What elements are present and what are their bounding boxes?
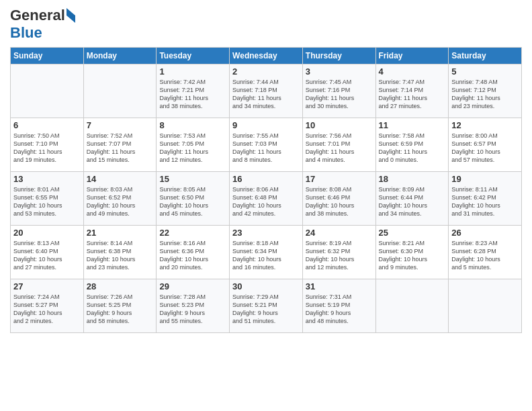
day-number: 5 [451, 66, 519, 77]
day-info: Sunrise: 7:50 AM Sunset: 7:10 PM Dayligh… [13, 132, 81, 165]
day-number: 12 [451, 120, 519, 130]
day-info: Sunrise: 8:19 AM Sunset: 6:32 PM Dayligh… [306, 239, 373, 272]
day-info: Sunrise: 8:06 AM Sunset: 6:48 PM Dayligh… [232, 185, 300, 218]
logo: General Blue [10, 7, 75, 42]
day-number: 19 [451, 174, 519, 184]
calendar-cell: 13Sunrise: 8:01 AM Sunset: 6:55 PM Dayli… [11, 172, 84, 226]
calendar-week-row: 1Sunrise: 7:42 AM Sunset: 7:21 PM Daylig… [11, 64, 522, 118]
day-number: 11 [379, 120, 446, 130]
calendar-week-row: 20Sunrise: 8:13 AM Sunset: 6:40 PM Dayli… [11, 226, 522, 279]
calendar-header-row: SundayMondayTuesdayWednesdayThursdayFrid… [11, 48, 522, 64]
day-number: 13 [13, 174, 81, 184]
calendar-cell: 14Sunrise: 8:03 AM Sunset: 6:52 PM Dayli… [83, 172, 157, 226]
day-info: Sunrise: 7:26 AM Sunset: 5:25 PM Dayligh… [87, 293, 154, 326]
day-number: 7 [87, 120, 154, 130]
calendar-cell: 29Sunrise: 7:28 AM Sunset: 5:23 PM Dayli… [157, 279, 230, 333]
column-header-monday: Monday [83, 48, 157, 64]
day-number: 27 [13, 281, 81, 291]
day-number: 18 [379, 174, 446, 184]
day-info: Sunrise: 8:11 AM Sunset: 6:42 PM Dayligh… [451, 185, 519, 218]
day-number: 15 [159, 174, 226, 184]
calendar-cell: 27Sunrise: 7:24 AM Sunset: 5:27 PM Dayli… [11, 279, 84, 333]
day-number: 6 [13, 120, 81, 130]
day-number: 21 [87, 228, 154, 238]
day-info: Sunrise: 7:53 AM Sunset: 7:05 PM Dayligh… [159, 132, 226, 165]
logo-general: General [10, 7, 65, 24]
day-info: Sunrise: 7:28 AM Sunset: 5:23 PM Dayligh… [159, 293, 226, 326]
day-number: 14 [87, 174, 154, 184]
calendar-cell: 10Sunrise: 7:56 AM Sunset: 7:01 PM Dayli… [302, 118, 375, 172]
column-header-sunday: Sunday [11, 48, 84, 64]
calendar-cell: 23Sunrise: 8:18 AM Sunset: 6:34 PM Dayli… [230, 226, 303, 279]
day-number: 20 [13, 228, 81, 238]
calendar-table: SundayMondayTuesdayWednesdayThursdayFrid… [10, 47, 522, 333]
calendar-cell: 5Sunrise: 7:48 AM Sunset: 7:12 PM Daylig… [449, 64, 522, 118]
day-info: Sunrise: 7:24 AM Sunset: 5:27 PM Dayligh… [13, 293, 81, 326]
calendar-cell: 28Sunrise: 7:26 AM Sunset: 5:25 PM Dayli… [83, 279, 157, 333]
header: General Blue [10, 7, 522, 42]
day-info: Sunrise: 7:44 AM Sunset: 7:18 PM Dayligh… [232, 78, 300, 111]
calendar-cell: 15Sunrise: 8:05 AM Sunset: 6:50 PM Dayli… [157, 172, 230, 226]
calendar-cell: 30Sunrise: 7:29 AM Sunset: 5:21 PM Dayli… [230, 279, 303, 333]
day-number: 26 [451, 228, 519, 238]
day-info: Sunrise: 8:16 AM Sunset: 6:36 PM Dayligh… [159, 239, 226, 272]
day-number: 10 [306, 120, 373, 130]
calendar-cell: 3Sunrise: 7:45 AM Sunset: 7:16 PM Daylig… [302, 64, 375, 118]
calendar-cell: 7Sunrise: 7:52 AM Sunset: 7:07 PM Daylig… [83, 118, 157, 172]
day-info: Sunrise: 7:58 AM Sunset: 6:59 PM Dayligh… [379, 132, 446, 165]
day-info: Sunrise: 8:14 AM Sunset: 6:38 PM Dayligh… [87, 239, 154, 272]
day-number: 23 [232, 228, 300, 238]
calendar-cell: 22Sunrise: 8:16 AM Sunset: 6:36 PM Dayli… [157, 226, 230, 279]
column-header-wednesday: Wednesday [230, 48, 303, 64]
calendar-cell: 17Sunrise: 8:08 AM Sunset: 6:46 PM Dayli… [302, 172, 375, 226]
day-info: Sunrise: 8:05 AM Sunset: 6:50 PM Dayligh… [159, 185, 226, 218]
calendar-cell: 6Sunrise: 7:50 AM Sunset: 7:10 PM Daylig… [11, 118, 84, 172]
day-number: 22 [159, 228, 226, 238]
calendar-cell [449, 279, 522, 333]
logo-blue: Blue [10, 24, 42, 42]
column-header-thursday: Thursday [302, 48, 375, 64]
day-info: Sunrise: 7:29 AM Sunset: 5:21 PM Dayligh… [232, 293, 300, 326]
day-number: 3 [306, 66, 373, 77]
day-number: 17 [306, 174, 373, 184]
calendar-cell: 19Sunrise: 8:11 AM Sunset: 6:42 PM Dayli… [449, 172, 522, 226]
day-number: 29 [159, 281, 226, 291]
day-info: Sunrise: 8:23 AM Sunset: 6:28 PM Dayligh… [451, 239, 519, 272]
calendar-cell: 9Sunrise: 7:55 AM Sunset: 7:03 PM Daylig… [230, 118, 303, 172]
day-number: 16 [232, 174, 300, 184]
calendar-cell: 31Sunrise: 7:31 AM Sunset: 5:19 PM Dayli… [302, 279, 375, 333]
day-number: 2 [232, 66, 300, 77]
calendar-cell: 12Sunrise: 8:00 AM Sunset: 6:57 PM Dayli… [449, 118, 522, 172]
day-info: Sunrise: 7:42 AM Sunset: 7:21 PM Dayligh… [159, 78, 226, 111]
day-info: Sunrise: 7:47 AM Sunset: 7:14 PM Dayligh… [379, 78, 446, 111]
day-number: 25 [379, 228, 446, 238]
day-info: Sunrise: 8:03 AM Sunset: 6:52 PM Dayligh… [87, 185, 154, 218]
day-number: 24 [306, 228, 373, 238]
calendar-cell: 11Sunrise: 7:58 AM Sunset: 6:59 PM Dayli… [375, 118, 449, 172]
day-info: Sunrise: 8:08 AM Sunset: 6:46 PM Dayligh… [306, 185, 373, 218]
calendar-week-row: 27Sunrise: 7:24 AM Sunset: 5:27 PM Dayli… [11, 279, 522, 333]
day-number: 28 [87, 281, 154, 291]
calendar-cell [375, 279, 449, 333]
calendar-cell [83, 64, 157, 118]
day-number: 31 [306, 281, 373, 291]
calendar-cell: 2Sunrise: 7:44 AM Sunset: 7:18 PM Daylig… [230, 64, 303, 118]
day-info: Sunrise: 8:01 AM Sunset: 6:55 PM Dayligh… [13, 185, 81, 218]
column-header-friday: Friday [375, 48, 449, 64]
calendar-cell: 21Sunrise: 8:14 AM Sunset: 6:38 PM Dayli… [83, 226, 157, 279]
calendar-cell: 8Sunrise: 7:53 AM Sunset: 7:05 PM Daylig… [157, 118, 230, 172]
day-number: 9 [232, 120, 300, 130]
day-number: 4 [379, 66, 446, 77]
calendar-cell: 25Sunrise: 8:21 AM Sunset: 6:30 PM Dayli… [375, 226, 449, 279]
day-info: Sunrise: 7:55 AM Sunset: 7:03 PM Dayligh… [232, 132, 300, 165]
day-number: 30 [232, 281, 300, 291]
calendar-cell: 4Sunrise: 7:47 AM Sunset: 7:14 PM Daylig… [375, 64, 449, 118]
calendar-week-row: 13Sunrise: 8:01 AM Sunset: 6:55 PM Dayli… [11, 172, 522, 226]
calendar-cell: 16Sunrise: 8:06 AM Sunset: 6:48 PM Dayli… [230, 172, 303, 226]
day-info: Sunrise: 8:21 AM Sunset: 6:30 PM Dayligh… [379, 239, 446, 272]
day-info: Sunrise: 7:45 AM Sunset: 7:16 PM Dayligh… [306, 78, 373, 111]
day-info: Sunrise: 8:09 AM Sunset: 6:44 PM Dayligh… [379, 185, 446, 218]
day-info: Sunrise: 7:48 AM Sunset: 7:12 PM Dayligh… [451, 78, 519, 111]
day-info: Sunrise: 8:00 AM Sunset: 6:57 PM Dayligh… [451, 132, 519, 165]
calendar-cell: 26Sunrise: 8:23 AM Sunset: 6:28 PM Dayli… [449, 226, 522, 279]
